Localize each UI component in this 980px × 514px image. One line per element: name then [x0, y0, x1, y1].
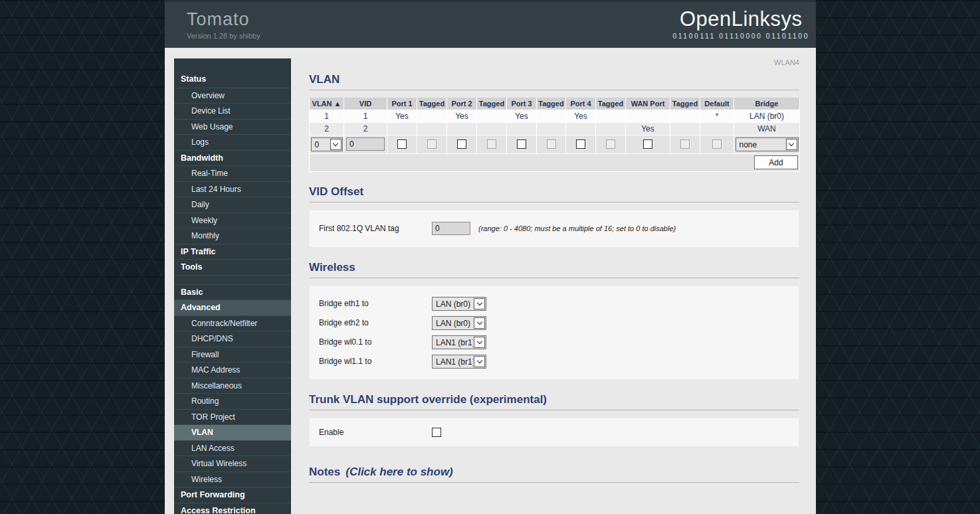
sidebar-item-bandwidth[interactable]: Bandwidth: [174, 150, 291, 166]
column-header-wan-port[interactable]: WAN Port: [626, 98, 670, 110]
wan-tagged-cell: [670, 135, 700, 153]
sidebar-item-vlan[interactable]: VLAN: [174, 424, 291, 440]
sidebar-item-miscellaneous[interactable]: Miscellaneous: [174, 378, 291, 394]
sidebar-item-logs[interactable]: Logs: [174, 134, 291, 150]
port3-tagged-checkbox: [547, 139, 556, 149]
sidebar-item-advanced[interactable]: Advanced: [174, 300, 291, 315]
sidebar-item-basic[interactable]: Basic: [174, 284, 291, 300]
column-header-tagged[interactable]: Tagged: [417, 98, 447, 110]
sidebar-item-virtual-wireless[interactable]: Virtual Wireless: [174, 456, 291, 471]
bridge-select-bridge-eth2-to[interactable]: LAN (br0): [432, 316, 486, 330]
column-header-port-3[interactable]: Port 3: [507, 98, 537, 110]
column-header-vid[interactable]: VID: [344, 98, 387, 110]
column-header-port-2[interactable]: Port 2: [447, 98, 477, 110]
vlan-table-row[interactable]: 22YesWAN: [310, 122, 800, 135]
bridge-select-bridge-wl1-1-to[interactable]: LAN1 (br1): [432, 355, 486, 369]
port2-checkbox[interactable]: [457, 139, 466, 149]
vlan-table-cell: Yes: [387, 110, 417, 122]
vlan-table-cell: [537, 110, 566, 122]
add-button[interactable]: Add: [754, 155, 798, 169]
notes-toggle-link[interactable]: (Click here to show): [345, 466, 453, 478]
port2-tagged-cell: [477, 135, 507, 153]
bridge-select-bridge-eth1-to[interactable]: LAN (br0): [432, 297, 486, 311]
sidebar-item-dhcp-dns[interactable]: DHCP/DNS: [174, 331, 291, 347]
page-id-label: WLAN4: [309, 58, 799, 68]
bridge-label-bridge-eth1-to: Bridge eth1 to: [319, 299, 432, 308]
sidebar-item-lan-access[interactable]: LAN Access: [174, 440, 291, 456]
column-header-tagged[interactable]: Tagged: [537, 98, 566, 110]
sidebar-item-status[interactable]: Status: [174, 72, 291, 88]
bridge-label-bridge-eth2-to: Bridge eth2 to: [319, 318, 432, 327]
sidebar-item-tor-project[interactable]: TOR Project: [174, 409, 291, 425]
vlan-table-cell: 1: [344, 110, 387, 122]
sidebar-item-daily[interactable]: Daily: [174, 197, 291, 213]
sidebar-item-firewall[interactable]: Firewall: [174, 347, 291, 363]
vlan-table-cell: [417, 110, 447, 122]
add-button-cell: Add: [310, 153, 800, 171]
sidebar-item-wireless[interactable]: Wireless: [174, 471, 291, 487]
bridge-select-bridge-wl0-1-to-value: LAN1 (br1): [433, 336, 473, 349]
vid-offset-input[interactable]: [432, 222, 470, 235]
section-rule: [309, 278, 799, 278]
trunk-enable-checkbox[interactable]: [432, 428, 441, 437]
vid-input-cell: [344, 135, 387, 153]
column-header-port-1[interactable]: Port 1: [387, 98, 417, 110]
vlan-table-cell: [447, 122, 477, 135]
sidebar-item-conntrack-netfilter[interactable]: Conntrack/Netfilter: [174, 315, 291, 331]
vlan-table-cell: [670, 122, 700, 135]
port1-tagged-cell: [417, 135, 447, 153]
vlan-table-cell: [596, 122, 626, 135]
column-header-tagged[interactable]: Tagged: [596, 98, 626, 110]
sidebar-item-mac-address[interactable]: MAC Address: [174, 362, 291, 378]
port1-checkbox[interactable]: [397, 139, 407, 149]
vid-offset-panel: First 802.1Q VLAN tag (range: 0 - 4080; …: [309, 210, 799, 248]
app-header: Tomato Version 1.28 by shibby OpenLinksy…: [165, 0, 816, 48]
section-rule: [309, 202, 799, 203]
sidebar-item-tools[interactable]: Tools: [174, 259, 291, 275]
vlan-table-row[interactable]: 11YesYesYesYes*LAN (br0): [310, 110, 800, 122]
vlan-table-cell: [537, 122, 566, 135]
port4-checkbox[interactable]: [576, 139, 585, 149]
sidebar-item-last-24-hours[interactable]: Last 24 Hours: [174, 181, 291, 197]
column-header-bridge[interactable]: Bridge: [734, 98, 800, 110]
trunk-enable-row: Enable: [319, 425, 792, 440]
vlan-table-body: 11YesYesYesYes*LAN (br0)22YesWAN0noneAdd: [310, 110, 800, 171]
trunk-section-title: Trunk VLAN support override (experimenta…: [309, 393, 799, 406]
sidebar-item-weekly[interactable]: Weekly: [174, 213, 291, 228]
vid-offset-note: (range: 0 - 4080; must be a multiple of …: [478, 224, 676, 232]
wan-port-checkbox[interactable]: [643, 139, 652, 149]
binary-subtext: 01100111 01110000 01101100: [672, 32, 809, 40]
chevron-down-icon: [330, 139, 342, 150]
sidebar-item-ip-traffic[interactable]: IP Traffic: [174, 244, 291, 260]
vlan-table-cell: *: [700, 110, 734, 122]
sidebar-item-routing[interactable]: Routing: [174, 393, 291, 409]
port3-checkbox[interactable]: [517, 139, 526, 149]
sidebar-item-access-restriction[interactable]: Access Restriction: [174, 503, 291, 514]
column-header-tagged[interactable]: Tagged: [670, 98, 700, 110]
bridge-select-bridge-eth2-to-value: LAN (br0): [433, 317, 473, 329]
sidebar-item-device-list[interactable]: Device List: [174, 103, 291, 119]
bridge-select-bridge-wl0-1-to[interactable]: LAN1 (br1): [432, 335, 486, 349]
sidebar-item-monthly[interactable]: Monthly: [174, 228, 291, 244]
bridge-select[interactable]: none: [735, 137, 799, 151]
port2-tagged-checkbox: [487, 139, 496, 149]
vlan-table-cell: Yes: [507, 110, 537, 122]
vlan-number-select[interactable]: 0: [311, 137, 343, 151]
sidebar-item-real-time[interactable]: Real-Time: [174, 165, 291, 181]
content-area: StatusOverviewDevice ListWeb UsageLogsBa…: [165, 48, 816, 514]
default-checkbox: [712, 139, 722, 149]
sidebar-item-web-usage[interactable]: Web Usage: [174, 119, 291, 135]
column-header-tagged[interactable]: Tagged: [477, 98, 507, 110]
sidebar-item-port-forwarding[interactable]: Port Forwarding: [174, 487, 291, 503]
column-header-port-4[interactable]: Port 4: [566, 98, 596, 110]
column-header-default[interactable]: Default: [700, 98, 734, 110]
vlan-table-cell: [626, 110, 670, 122]
wan-tagged-checkbox: [680, 139, 690, 149]
chevron-down-icon: [474, 317, 485, 329]
vlan-input-row: 0none: [310, 135, 800, 153]
vlan-table-cell: Yes: [626, 122, 670, 135]
chevron-down-icon: [786, 139, 797, 150]
vid-input[interactable]: [346, 137, 385, 151]
column-header-vlan[interactable]: VLAN ▲: [310, 98, 344, 110]
sidebar-item-overview[interactable]: Overview: [174, 88, 291, 104]
